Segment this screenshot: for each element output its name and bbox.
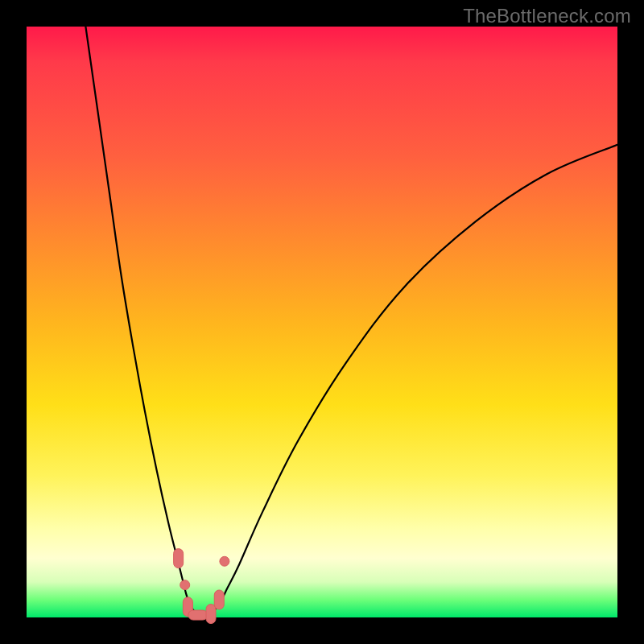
curve-right-branch [204, 145, 617, 617]
chart-svg [27, 27, 617, 617]
curve-left-branch [85, 27, 204, 617]
curve-marker-0 [174, 549, 184, 568]
plot-area [27, 27, 617, 617]
curve-marker-4 [206, 605, 216, 624]
outer-frame: TheBottleneck.com [0, 0, 644, 644]
curve-marker-6 [220, 556, 229, 566]
curve-marker-3 [188, 610, 208, 620]
curve-marker-1 [180, 580, 190, 590]
watermark-text: TheBottleneck.com [463, 5, 631, 27]
marker-group [174, 549, 229, 624]
curve-marker-5 [214, 590, 224, 609]
